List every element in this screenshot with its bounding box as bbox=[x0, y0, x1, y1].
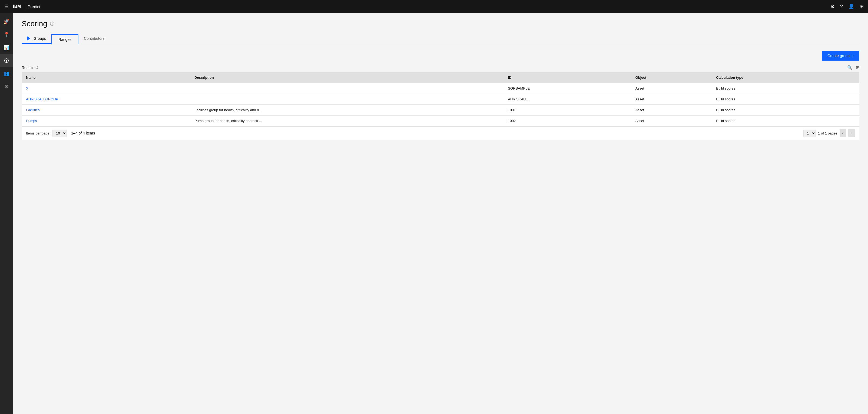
cell-id: 1001 bbox=[503, 105, 631, 116]
cell-object: Asset bbox=[631, 105, 712, 116]
main-content: Scoring ⓘ Groups Ranges Contributors Cre… bbox=[13, 13, 868, 414]
pagination-left: Items per page: 10 25 50 bbox=[26, 129, 67, 137]
ibm-logo: IBM bbox=[13, 4, 21, 9]
cell-name: X bbox=[22, 83, 190, 94]
tab-groups-label: Groups bbox=[34, 36, 46, 40]
cell-description bbox=[190, 83, 503, 94]
table-body: XSGRSAMPLEAssetBuild scoresAHRISKALLGROU… bbox=[22, 83, 859, 126]
create-group-plus-icon: + bbox=[852, 54, 854, 58]
info-icon[interactable]: ⓘ bbox=[50, 21, 54, 27]
tab-ranges-label: Ranges bbox=[58, 37, 71, 42]
table-row: FacilitiesFacilities group for health, c… bbox=[22, 105, 859, 116]
items-per-page-label: Items per page: bbox=[26, 131, 50, 135]
cell-name: AHRISKALLGROUP bbox=[22, 94, 190, 105]
col-id: ID bbox=[503, 72, 631, 83]
help-icon[interactable]: ? bbox=[840, 4, 843, 9]
table-row: PumpsPump group for health, criticality … bbox=[22, 116, 859, 126]
row-name-link[interactable]: Pumps bbox=[26, 119, 37, 123]
toolbar: Create group + bbox=[22, 51, 859, 61]
page-title-row: Scoring ⓘ bbox=[22, 20, 859, 28]
cell-description: Pump group for health, criticality and r… bbox=[190, 116, 503, 126]
sidebar-item-location[interactable]: 📍 bbox=[0, 28, 13, 41]
sidebar-item-rocket[interactable]: 🚀 bbox=[0, 15, 13, 28]
sidebar: 🚀 📍 📊 👥 ⚙ bbox=[0, 13, 13, 414]
prev-page-button[interactable]: ‹ bbox=[840, 129, 846, 137]
cell-id: 1002 bbox=[503, 116, 631, 126]
cell-id: AHRISKALL... bbox=[503, 94, 631, 105]
create-group-label: Create group bbox=[828, 54, 849, 58]
row-name-link[interactable]: X bbox=[26, 86, 28, 90]
row-name-link[interactable]: Facilities bbox=[26, 108, 40, 112]
tab-contributors-label: Contributors bbox=[84, 36, 104, 40]
cell-calculation-type: Build scores bbox=[712, 105, 859, 116]
cell-description bbox=[190, 94, 503, 105]
table-header: Name Description ID Object Calculation t… bbox=[22, 72, 859, 83]
sidebar-item-settings[interactable]: ⚙ bbox=[0, 80, 13, 93]
cell-id: SGRSAMPLE bbox=[503, 83, 631, 94]
cell-calculation-type: Build scores bbox=[712, 116, 859, 126]
app-name: Predict bbox=[28, 4, 40, 9]
col-calculation-type: Calculation type bbox=[712, 72, 859, 83]
cell-description: Facilities group for health, criticality… bbox=[190, 105, 503, 116]
tab-arrow-indicator bbox=[27, 36, 30, 40]
col-description: Description bbox=[190, 72, 503, 83]
column-settings-icon[interactable]: ⊞ bbox=[856, 65, 859, 70]
settings-icon[interactable]: ⚙ bbox=[830, 3, 835, 9]
user-icon[interactable]: 👤 bbox=[848, 3, 854, 9]
results-row: Results: 4 🔍 ⊞ bbox=[22, 65, 859, 70]
apps-icon[interactable]: ⊞ bbox=[860, 3, 864, 9]
nav-divider bbox=[24, 4, 24, 9]
results-icons: 🔍 ⊞ bbox=[847, 65, 859, 70]
items-per-page-select[interactable]: 10 25 50 bbox=[53, 129, 67, 137]
tab-contributors[interactable]: Contributors bbox=[79, 34, 110, 44]
pages-label: 1 of 1 pages bbox=[818, 131, 837, 135]
cell-calculation-type: Build scores bbox=[712, 94, 859, 105]
cell-calculation-type: Build scores bbox=[712, 83, 859, 94]
next-page-button[interactable]: › bbox=[848, 129, 855, 137]
topnav: ☰ IBM Predict ⚙ ? 👤 ⊞ bbox=[0, 0, 868, 13]
results-label: Results: 4 bbox=[22, 65, 38, 70]
cell-name: Facilities bbox=[22, 105, 190, 116]
items-range-label: 1–4 of 4 items bbox=[71, 131, 95, 135]
table-row: AHRISKALLGROUPAHRISKALL...AssetBuild sco… bbox=[22, 94, 859, 105]
col-object: Object bbox=[631, 72, 712, 83]
page-title: Scoring bbox=[22, 20, 47, 28]
tabs-row: Groups Ranges Contributors bbox=[22, 34, 859, 45]
menu-icon[interactable]: ☰ bbox=[4, 3, 9, 9]
tab-ranges[interactable]: Ranges bbox=[51, 34, 79, 45]
cell-object: Asset bbox=[631, 116, 712, 126]
cell-object: Asset bbox=[631, 94, 712, 105]
create-group-button[interactable]: Create group + bbox=[822, 51, 859, 61]
cell-name: Pumps bbox=[22, 116, 190, 126]
sidebar-item-predict[interactable] bbox=[0, 54, 13, 67]
pagination-right: 1 1 of 1 pages ‹ › bbox=[803, 129, 855, 137]
page-select[interactable]: 1 bbox=[803, 129, 816, 137]
tab-groups[interactable]: Groups bbox=[22, 34, 51, 44]
table-row: XSGRSAMPLEAssetBuild scores bbox=[22, 83, 859, 94]
cell-object: Asset bbox=[631, 83, 712, 94]
row-name-link[interactable]: AHRISKALLGROUP bbox=[26, 97, 58, 101]
search-icon[interactable]: 🔍 bbox=[847, 65, 852, 70]
sidebar-item-team[interactable]: 👥 bbox=[0, 67, 13, 80]
sidebar-item-chart[interactable]: 📊 bbox=[0, 41, 13, 54]
col-name: Name bbox=[22, 72, 190, 83]
brand: IBM Predict bbox=[13, 4, 40, 9]
topnav-icons: ⚙ ? 👤 ⊞ bbox=[830, 3, 864, 9]
pagination: Items per page: 10 25 50 1–4 of 4 items … bbox=[22, 126, 859, 140]
data-table: Name Description ID Object Calculation t… bbox=[22, 72, 859, 126]
